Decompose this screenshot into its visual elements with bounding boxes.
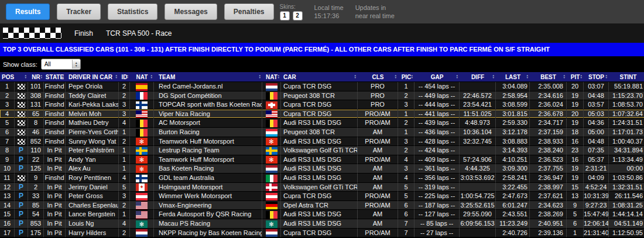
cell-state: In Pit — [44, 155, 66, 165]
cell-id: 4 — [119, 174, 130, 183]
tab-messages[interactable]: Messages — [165, 4, 217, 20]
cell-id: 2 — [119, 229, 130, 238]
col-header-stop[interactable]: STOP — [584, 72, 609, 82]
cell-car: Audi RS3 LMS DSG — [281, 137, 358, 147]
skin-button-1[interactable]: 1 — [280, 11, 290, 21]
flag-nl-icon — [266, 165, 278, 173]
col-label-diff: DIFF — [471, 74, 484, 80]
table-row[interactable]: 17P175In PitHarry Hilders2NKPP Racing by… — [0, 229, 644, 238]
cell-state-icon — [15, 137, 28, 147]
cell-nat — [130, 219, 154, 229]
cell-pit: 19 — [567, 100, 584, 110]
cell-state-icon — [15, 91, 28, 101]
col-header-diff[interactable]: DIFF — [460, 72, 496, 82]
col-header-cls[interactable]: CLS — [358, 72, 398, 82]
in-pit-icon: P — [19, 183, 23, 191]
col-header-nat2[interactable]: NAT — [262, 72, 281, 82]
skin-button-2[interactable]: 2 — [293, 11, 303, 21]
table-row[interactable]: 16P853In PitLouis Ng4Macau PS RacingAudi… — [0, 219, 644, 229]
cell-driver: Peter Gross — [66, 192, 119, 201]
cell-pit: 18 — [567, 128, 584, 137]
cell-state: Finshd — [44, 137, 66, 147]
col-label-driver: DRIVER IN CAR — [68, 74, 112, 80]
cell-id: 1 — [119, 164, 130, 174]
table-row[interactable]: 12P2In PitJerimy Daniel5Holmgaard Motors… — [0, 183, 644, 192]
cell-state: In Pit — [44, 219, 66, 229]
col-header-best[interactable]: BEST — [530, 72, 567, 82]
cell-pit: 15 — [567, 183, 584, 192]
cell-pic: 3 — [398, 137, 415, 147]
tab-tracker[interactable]: Tracker — [57, 4, 101, 20]
cell-best: 2:34.616 — [530, 91, 567, 101]
table-row[interactable]: 14P85In PitCharles Espenlaub2Vmax-Engine… — [0, 201, 644, 210]
table-row[interactable]: 465FinshdMelvin Moh3Viper Niza RacingCup… — [0, 110, 644, 119]
cell-nat — [130, 146, 154, 155]
table-row[interactable]: 10P125In PitAlex Au1Bas Koeten RacingAud… — [0, 164, 644, 174]
flag-se-icon — [266, 147, 278, 155]
table-row[interactable]: 646FinshdPierre-Yves Corthals1Burton Rac… — [0, 128, 644, 137]
tab-results[interactable]: Results — [6, 4, 50, 20]
cell-stop: 4:52:24 — [584, 183, 609, 192]
cell-cls: AM — [358, 128, 398, 137]
tab-statistics[interactable]: Statistics — [108, 4, 157, 20]
cell-state: In Pit — [44, 183, 66, 192]
class-select[interactable]: All — [41, 59, 81, 70]
col-header-pos[interactable]: POS — [0, 72, 28, 82]
cell-last: 2:58.954 — [496, 91, 530, 101]
flag-be-icon — [266, 211, 278, 219]
cell-best: 2:35.008 — [530, 82, 567, 91]
table-row[interactable]: 3131FinshdKari-Pekka Laaksonen3TOPCAR sp… — [0, 100, 644, 110]
finished-flag-icon — [18, 139, 25, 145]
table-row[interactable]: 58FinshdMathieu Detry4AC MotorsportAudi … — [0, 118, 644, 128]
col-header-team[interactable]: TEAM — [154, 72, 262, 82]
cell-pos: 3 — [0, 100, 15, 110]
col-header-pic[interactable]: PIC — [398, 72, 415, 82]
table-row[interactable]: 2308FinshdTeddy Clairet2DG Sport Compéti… — [0, 91, 644, 101]
col-header-car[interactable]: CAR — [281, 72, 358, 82]
cell-last: 2:59.330 — [496, 118, 530, 128]
cell-state: In Pit — [44, 164, 66, 174]
cell-nat — [130, 110, 154, 119]
cell-diff: 23:54.421 — [460, 100, 496, 110]
sort-icon — [25, 74, 27, 79]
cell-stint: 1:00:40.37 — [609, 137, 644, 147]
col-header-last[interactable]: LAST — [496, 72, 530, 82]
cell-state-icon — [15, 118, 28, 128]
in-pit-icon: P — [19, 219, 23, 227]
table-row[interactable]: 7852FinshdSunny Wong Yat Shing2Teamwork … — [0, 137, 644, 147]
cell-last: 4:10.251 — [496, 155, 530, 165]
col-header-state[interactable]: STATE — [44, 72, 66, 82]
cell-pos: 16 — [0, 219, 15, 229]
table-row[interactable]: 119FinshdRory Penttinen4GDL team Austral… — [0, 174, 644, 183]
table-row[interactable]: 9P22In PitAndy Yan1Teamwork Huff Motorsp… — [0, 155, 644, 165]
col-header-id[interactable]: ID — [119, 72, 130, 82]
table-row[interactable]: 8P110In PitPeter Fahlström1Lestrup Racin… — [0, 146, 644, 155]
cell-driver: Andy Yan — [66, 155, 119, 165]
cell-last: 3:04.089 — [496, 82, 530, 91]
cell-car: Audi RS3 LMS DSG — [281, 155, 358, 165]
cell-cls: PRO/AM — [358, 118, 398, 128]
local-time: Local time 15:17:36 — [314, 4, 344, 20]
cell-best: 2:36.523 — [530, 155, 567, 165]
flag-hk-icon — [266, 138, 278, 145]
cell-nat2 — [262, 82, 281, 91]
table-row[interactable]: 13P33In PitPeter Gross3Wimmer Werk Motor… — [0, 192, 644, 201]
col-header-nat[interactable]: NAT — [130, 72, 154, 82]
info-banner: TOP 3 OVERALL CLASSIFIED CARS (101 - 308… — [0, 43, 644, 56]
col-header-stint[interactable]: STINT — [609, 72, 644, 82]
cell-gap: -- 127 laps -- — [415, 210, 460, 219]
col-header-driver[interactable]: DRIVER IN CAR — [66, 72, 119, 82]
table-row[interactable]: 15P54In PitLance Bergstein1Ferda Autospo… — [0, 210, 644, 219]
col-header-nr[interactable]: NR — [28, 72, 44, 82]
col-header-gap[interactable]: GAP — [415, 72, 460, 82]
col-header-pit[interactable]: PIT — [567, 72, 584, 82]
col-label-gap: GAP — [431, 74, 444, 80]
cell-state: In Pit — [44, 210, 66, 219]
cell-pic: 7 — [398, 229, 415, 238]
cell-diff: 4:44.325 — [460, 164, 496, 174]
cell-stint: 1:44:14.14 — [609, 210, 644, 219]
table-row[interactable]: 1101FinshdPepe Oriola2Red Camel-Jordans.… — [0, 82, 644, 91]
cell-pit: 20 — [567, 110, 584, 119]
sort-icon — [492, 74, 495, 79]
tab-penalties[interactable]: Penalties — [224, 4, 274, 20]
